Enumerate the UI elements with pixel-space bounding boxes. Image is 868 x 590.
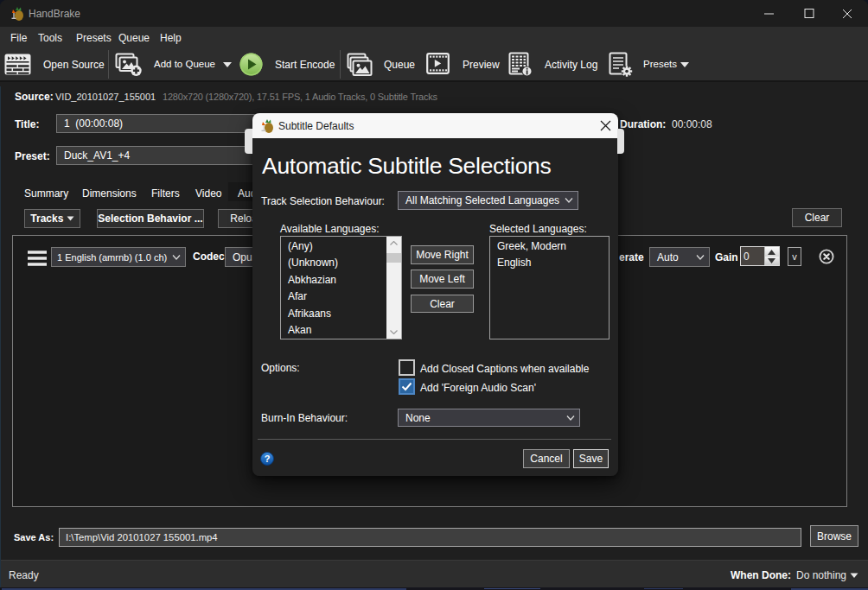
svg-text:?: ? <box>265 454 271 464</box>
